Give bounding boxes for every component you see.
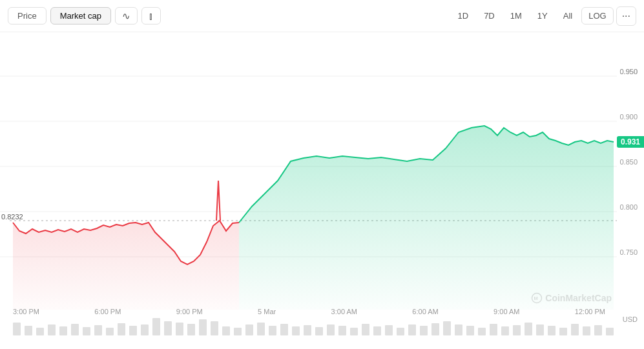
market-cap-tab[interactable]: Market cap (50, 7, 111, 25)
svg-rect-18 (152, 318, 160, 335)
svg-rect-50 (525, 323, 532, 335)
svg-rect-14 (106, 328, 114, 335)
svg-rect-45 (466, 326, 474, 335)
y-label-0900: 0.900 (619, 113, 638, 121)
svg-rect-52 (548, 326, 556, 335)
x-label-3am: 3:00 AM (331, 308, 357, 315)
svg-rect-11 (71, 324, 79, 335)
svg-rect-30 (292, 326, 300, 335)
candle-icon: ⫿ (149, 10, 154, 21)
svg-rect-38 (385, 325, 393, 335)
watermark: M CoinMarketCap (531, 292, 612, 304)
svg-rect-29 (280, 324, 288, 335)
svg-rect-35 (350, 328, 358, 335)
svg-rect-12 (83, 327, 90, 335)
svg-rect-26 (245, 324, 253, 335)
range-all[interactable]: All (557, 8, 579, 24)
x-label-12pm: 12:00 PM (575, 308, 605, 315)
log-button[interactable]: LOG (581, 7, 613, 25)
svg-rect-41 (420, 326, 428, 335)
svg-rect-56 (594, 325, 602, 335)
y-label-0800: 0.800 (619, 203, 638, 211)
svg-rect-40 (408, 324, 416, 335)
x-label-3pm: 3:00 PM (13, 308, 39, 315)
candle-chart-button[interactable]: ⫿ (141, 7, 161, 25)
svg-rect-49 (513, 325, 521, 335)
svg-rect-28 (269, 326, 276, 335)
svg-rect-46 (478, 328, 486, 335)
y-label-0850: 0.850 (619, 158, 638, 166)
svg-rect-9 (48, 324, 56, 335)
svg-rect-19 (164, 321, 172, 335)
svg-rect-33 (327, 324, 335, 335)
svg-rect-24 (222, 326, 230, 335)
left-controls: Price Market cap ∿ ⫿ (8, 7, 161, 25)
x-axis: 3:00 PM 6:00 PM 9:00 PM 5 Mar 3:00 AM 6:… (0, 308, 618, 315)
svg-rect-44 (455, 324, 462, 335)
svg-rect-23 (211, 321, 218, 335)
svg-rect-54 (571, 324, 579, 335)
x-label-5mar: 5 Mar (258, 308, 276, 315)
svg-rect-15 (118, 323, 125, 335)
svg-rect-39 (397, 328, 404, 335)
usd-label: USD (623, 315, 638, 323)
svg-rect-31 (304, 325, 311, 335)
line-icon: ∿ (122, 10, 130, 21)
svg-rect-10 (59, 326, 67, 335)
svg-rect-21 (187, 324, 195, 335)
svg-rect-37 (373, 326, 381, 335)
svg-rect-17 (141, 324, 149, 335)
current-price-label: 0.931 (617, 136, 644, 148)
svg-rect-7 (25, 326, 32, 335)
range-1d[interactable]: 1D (452, 8, 475, 24)
svg-rect-13 (94, 325, 102, 335)
svg-rect-57 (606, 328, 614, 335)
svg-rect-48 (501, 326, 509, 335)
svg-rect-47 (490, 324, 497, 335)
svg-rect-8 (36, 328, 44, 335)
price-tab[interactable]: Price (8, 7, 47, 25)
svg-rect-6 (13, 323, 21, 335)
start-value-label: 0.8232 (1, 213, 23, 221)
svg-rect-25 (234, 328, 242, 335)
svg-rect-55 (583, 326, 590, 335)
line-chart-button[interactable]: ∿ (115, 7, 138, 25)
x-label-9pm: 9:00 PM (176, 308, 203, 315)
range-1y[interactable]: 1Y (531, 8, 554, 24)
y-label-950: 0.950 (619, 68, 638, 75)
range-7d[interactable]: 7D (477, 8, 501, 24)
svg-rect-43 (443, 321, 451, 335)
watermark-text: CoinMarketCap (545, 293, 612, 303)
svg-rect-22 (199, 319, 207, 335)
range-1m[interactable]: 1M (504, 8, 528, 24)
chart-toolbar: Price Market cap ∿ ⫿ 1D 7D 1M 1Y All LOG… (0, 0, 644, 32)
x-label-6pm: 6:00 PM (94, 308, 121, 315)
svg-rect-36 (362, 324, 369, 335)
svg-rect-53 (559, 328, 567, 335)
svg-rect-42 (431, 323, 439, 335)
svg-text:M: M (534, 295, 538, 301)
svg-rect-51 (536, 324, 544, 335)
svg-rect-16 (129, 326, 137, 335)
right-controls: 1D 7D 1M 1Y All LOG ··· (452, 6, 636, 26)
svg-rect-32 (315, 327, 323, 335)
x-label-6am: 6:00 AM (412, 308, 438, 315)
more-button[interactable]: ··· (616, 6, 636, 26)
svg-rect-27 (257, 323, 265, 335)
coinmarketcap-logo-icon: M (531, 292, 543, 304)
y-label-0750: 0.750 (619, 248, 638, 256)
x-label-9am: 9:00 AM (493, 308, 519, 315)
chart-area: 0.950 0.900 0.850 0.800 0.750 0.931 0.95… (0, 32, 644, 349)
svg-rect-34 (338, 326, 346, 335)
svg-rect-20 (176, 323, 183, 335)
